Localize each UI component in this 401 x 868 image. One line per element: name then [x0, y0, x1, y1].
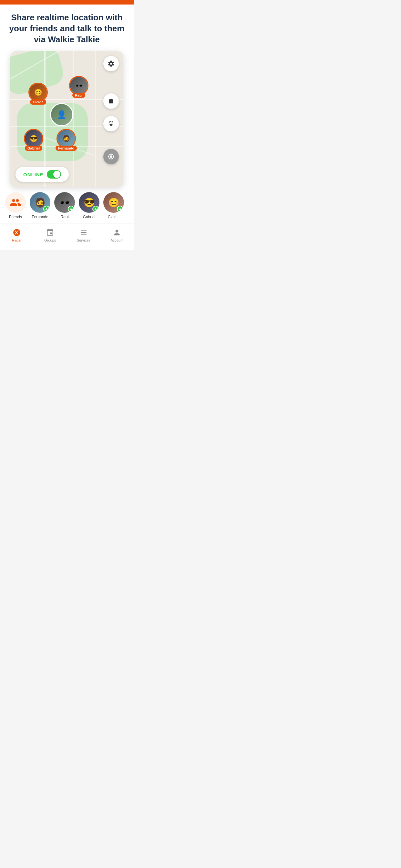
friend-name-fernando: Fernando [32, 215, 48, 219]
friend-name-all: Friends [9, 215, 22, 219]
user-label-raul: Raul [72, 93, 85, 98]
toggle-knob [53, 171, 60, 178]
avatar-gabriel: 😎 [24, 129, 43, 148]
user-pin-main[interactable]: 👤 [50, 103, 73, 126]
services-icon [79, 228, 88, 237]
friend-arrow-gabriel [92, 206, 99, 212]
friend-avatar-gabriel: 😎 [79, 192, 99, 213]
header: Share realtime location with your friend… [0, 4, 134, 51]
friend-item-raul[interactable]: 🕶️ Raul [54, 192, 75, 219]
friend-arrow-fernando [43, 206, 50, 212]
user-pin-raul[interactable]: 🕶️ Raul [69, 76, 89, 98]
user-pin-cleide[interactable]: 😊 Cleide [28, 83, 48, 104]
bottom-navigation: Radar Groups Services Account [0, 223, 134, 250]
online-label: ONLINE [23, 172, 43, 177]
user-label-fernando: Fernando [56, 146, 77, 151]
friend-item-all[interactable]: Friends [5, 192, 26, 219]
radar-icon [12, 228, 21, 237]
friend-name-gabriel: Gabriel [83, 215, 96, 219]
svg-marker-0 [45, 208, 48, 210]
user-label-cleide: Cleide [30, 99, 46, 104]
nav-item-account[interactable]: Account [100, 227, 134, 244]
hero-title: Share realtime location with your friend… [6, 12, 127, 45]
user-pin-gabriel[interactable]: 😎 Gabriel [24, 129, 43, 151]
friend-name-cleide: Cleic... [108, 215, 120, 219]
nav-item-radar[interactable]: Radar [0, 227, 34, 244]
map-view[interactable]: 😊 Cleide 🕶️ Raul 👤 😎 Gabriel 🧔 Fernando … [10, 51, 123, 187]
friend-item-cleide[interactable]: 😊 Cleic... [103, 192, 124, 219]
user-label-gabriel: Gabriel [25, 146, 42, 151]
avatar-raul: 🕶️ [69, 76, 89, 95]
avatar-fernando: 🧔 [57, 129, 76, 148]
map-road [95, 51, 96, 187]
nav-item-groups[interactable]: Groups [34, 227, 67, 244]
friend-arrow-cleide [117, 206, 123, 212]
nav-label-account: Account [111, 238, 123, 242]
friend-avatar-cleide: 😊 [103, 192, 124, 213]
groups-icon [45, 228, 55, 237]
friend-name-raul: Raul [61, 215, 69, 219]
friends-icon-container [5, 192, 26, 213]
avatar-cleide: 😊 [28, 83, 48, 102]
svg-marker-2 [94, 208, 97, 210]
friend-avatar-raul: 🕶️ [54, 192, 75, 213]
map-road [44, 51, 45, 187]
user-pin-fernando[interactable]: 🧔 Fernando [56, 129, 77, 151]
online-toggle[interactable]: ONLINE [16, 167, 69, 182]
nav-label-groups: Groups [44, 238, 56, 242]
friend-item-fernando[interactable]: 🧔 Fernando [30, 192, 50, 219]
nav-item-services[interactable]: Services [67, 227, 100, 244]
friend-avatar-fernando: 🧔 [30, 192, 50, 213]
account-icon [112, 228, 121, 237]
toggle-switch[interactable] [47, 170, 61, 179]
status-bar [0, 0, 134, 4]
svg-marker-3 [119, 208, 121, 210]
nav-label-radar: Radar [12, 238, 22, 242]
svg-marker-1 [70, 208, 72, 210]
nav-label-services: Services [77, 238, 90, 242]
friends-row: Friends 🧔 Fernando 🕶️ Raul 😎 Gabriel [0, 187, 134, 223]
friend-arrow-raul [68, 206, 74, 212]
avatar-main: 👤 [50, 103, 73, 126]
friend-item-gabriel[interactable]: 😎 Gabriel [79, 192, 99, 219]
